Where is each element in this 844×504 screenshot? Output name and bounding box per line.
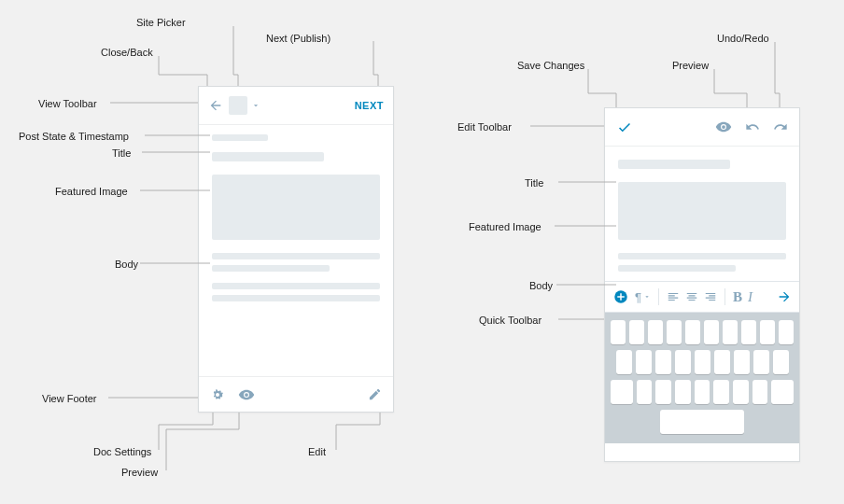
label-title: Title — [112, 147, 131, 159]
body-line[interactable] — [618, 265, 736, 272]
title-placeholder[interactable] — [618, 160, 730, 169]
site-picker[interactable] — [229, 96, 260, 115]
label-title2: Title — [525, 177, 543, 189]
italic-button[interactable]: I — [748, 289, 753, 305]
view-footer — [199, 376, 393, 412]
paragraph-dropdown[interactable]: ¶ — [635, 290, 651, 304]
next-button[interactable]: NEXT — [355, 100, 384, 111]
title-placeholder — [212, 152, 324, 161]
edit-icon[interactable] — [368, 387, 382, 401]
label-quick-toolbar: Quick Toolbar — [479, 315, 542, 326]
body-line — [212, 265, 330, 272]
label-post-state: Post State & Timestamp — [19, 131, 129, 142]
body-line — [212, 295, 380, 301]
body-line — [212, 283, 380, 289]
view-content — [199, 125, 393, 301]
preview-icon[interactable] — [715, 119, 732, 135]
label-view-footer: View Footer — [42, 393, 97, 404]
label-view-toolbar: View Toolbar — [38, 98, 97, 109]
preview-icon[interactable] — [238, 386, 255, 403]
keyboard[interactable] — [605, 313, 799, 443]
label-body: Body — [115, 259, 138, 270]
more-arrow-icon[interactable] — [777, 289, 792, 304]
featured-image-placeholder[interactable] — [618, 182, 786, 240]
label-save-changes: Save Changes — [517, 60, 584, 71]
label-featured-image2: Featured Image — [469, 221, 542, 232]
body-line — [212, 253, 380, 259]
settings-icon[interactable] — [210, 387, 225, 402]
save-icon[interactable] — [616, 119, 633, 135]
bold-button[interactable]: B — [733, 289, 742, 305]
featured-image-placeholder — [212, 175, 380, 240]
label-preview2: Preview — [672, 60, 709, 71]
label-body2: Body — [529, 280, 553, 291]
quick-toolbar: ¶ B I — [605, 281, 799, 313]
align-right-icon[interactable] — [704, 290, 717, 303]
view-mode-phone: NEXT — [198, 86, 394, 413]
label-site-picker: Site Picker — [136, 17, 186, 28]
label-featured-image: Featured Image — [55, 186, 128, 197]
undo-icon[interactable] — [745, 119, 760, 134]
edit-content — [605, 147, 799, 272]
back-icon[interactable] — [208, 98, 223, 113]
edit-mode-phone: ¶ B I — [604, 107, 800, 462]
align-left-icon[interactable] — [667, 290, 680, 303]
align-center-icon[interactable] — [685, 290, 698, 303]
redo-icon[interactable] — [773, 119, 788, 134]
body-line[interactable] — [618, 253, 786, 259]
view-toolbar: NEXT — [199, 87, 393, 124]
label-next-publish: Next (Publish) — [266, 33, 331, 44]
label-edit: Edit — [308, 446, 326, 457]
paragraph-icon: ¶ — [635, 290, 641, 304]
label-doc-settings: Doc Settings — [93, 446, 151, 457]
label-edit-toolbar: Edit Toolbar — [457, 121, 512, 133]
label-preview: Preview — [121, 467, 158, 478]
label-close-back: Close/Back — [101, 47, 153, 58]
edit-toolbar — [605, 108, 799, 146]
add-icon[interactable] — [612, 288, 629, 305]
post-state-placeholder — [212, 134, 268, 141]
label-undo-redo: Undo/Redo — [717, 33, 769, 44]
